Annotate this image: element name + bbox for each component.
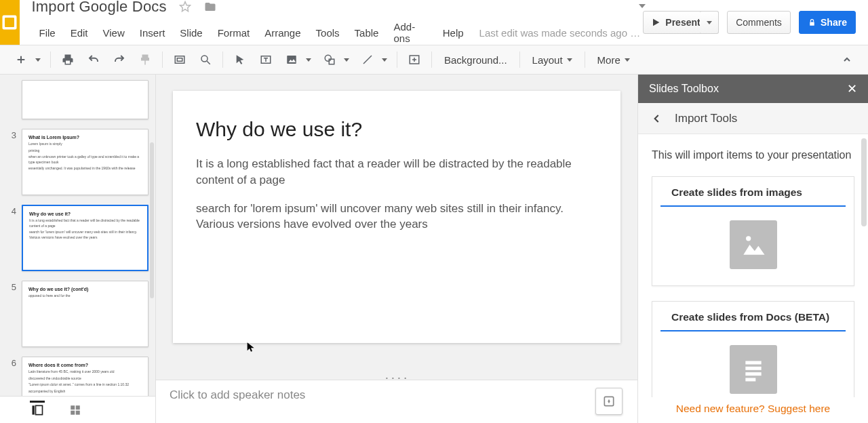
sidebar-subtitle: Import Tools — [675, 112, 737, 125]
svg-marker-3 — [653, 19, 659, 26]
svg-rect-8 — [177, 58, 182, 62]
zoom-fit-button[interactable] — [168, 49, 191, 70]
present-button[interactable]: Present — [643, 11, 708, 34]
notes-placeholder: Click to add speaker notes — [170, 388, 305, 402]
sidebar-header: Slides Toolbox ✕ — [638, 75, 868, 103]
svg-rect-24 — [71, 405, 75, 409]
star-icon[interactable] — [179, 1, 191, 13]
svg-rect-26 — [71, 410, 75, 414]
card-docs[interactable]: Create slides from Docs (BETA) — [652, 301, 854, 397]
menu-addons[interactable]: Add-ons — [386, 18, 435, 47]
slide-thumbnail[interactable]: Why do we use it?It is a long establishe… — [22, 205, 149, 271]
svg-rect-7 — [175, 56, 184, 64]
paint-format-button[interactable] — [134, 49, 157, 70]
app-logo[interactable] — [0, 0, 20, 45]
svg-rect-17 — [329, 59, 334, 64]
speaker-notes[interactable]: Click to add speaker notes — [156, 380, 637, 423]
card-docs-title: Create slides from Docs (BETA) — [660, 302, 846, 331]
sidebar-intro: This will import items to your presentat… — [652, 148, 854, 163]
svg-rect-27 — [76, 410, 80, 414]
sidebar-close-button[interactable]: ✕ — [847, 81, 857, 96]
menu-slide[interactable]: Slide — [172, 24, 210, 41]
card-images-title: Create slides from images — [660, 177, 846, 207]
menu-view[interactable]: View — [96, 24, 132, 41]
header-actions: Present Comments Share — [643, 0, 868, 45]
more-label: More — [597, 54, 620, 66]
card-images[interactable]: Create slides from images — [652, 176, 854, 286]
svg-line-18 — [363, 56, 372, 64]
slide-paragraph[interactable]: search for 'lorem ipsum' will uncover ma… — [196, 201, 597, 233]
thumb-number: 3 — [7, 129, 16, 140]
move-folder-icon[interactable] — [203, 1, 217, 13]
new-slide-button[interactable] — [9, 49, 33, 70]
menu-format[interactable]: Format — [210, 24, 258, 41]
svg-point-32 — [746, 237, 751, 241]
sidebar-title: Slides Toolbox — [649, 83, 719, 95]
menubar: File Edit View Insert Slide Format Arran… — [32, 18, 643, 47]
layout-label: Layout — [532, 54, 563, 66]
sidebar-back-button[interactable] — [650, 112, 664, 125]
zoom-button[interactable] — [194, 49, 217, 70]
slide-paragraph[interactable]: It is a long established fact that a rea… — [196, 156, 597, 188]
image-tool-dropdown[interactable] — [306, 49, 315, 70]
menu-edit[interactable]: Edit — [63, 24, 96, 41]
thumb-number — [7, 80, 16, 81]
filmstrip-view-button[interactable] — [30, 401, 45, 416]
redo-button[interactable] — [108, 49, 131, 70]
svg-point-16 — [325, 55, 331, 61]
svg-rect-1 — [5, 18, 14, 27]
image-tool[interactable] — [280, 49, 303, 70]
filmstrip-scrollbar[interactable] — [150, 142, 154, 298]
textbox-tool[interactable] — [254, 49, 277, 70]
undo-button[interactable] — [82, 49, 105, 70]
comment-tool[interactable] — [403, 49, 426, 70]
new-slide-dropdown[interactable] — [35, 49, 45, 70]
menu-arrange[interactable]: Arrange — [257, 24, 308, 41]
slide-thumbnail[interactable]: Why do we use it? (cont'd)opposed to her… — [22, 281, 149, 347]
sidebar-scrollbar[interactable] — [861, 138, 867, 226]
document-title[interactable]: Import Google Docs — [32, 0, 167, 16]
svg-marker-2 — [180, 2, 190, 12]
svg-point-9 — [201, 56, 208, 62]
select-tool[interactable] — [229, 49, 252, 70]
slide[interactable]: Why do we use it? It is a long establish… — [173, 91, 620, 343]
slide-thumbnail[interactable] — [22, 80, 149, 119]
shape-tool-dropdown[interactable] — [344, 49, 353, 70]
line-tool-dropdown[interactable] — [382, 49, 391, 70]
share-button[interactable]: Share — [799, 11, 856, 34]
sidebar-subheader: Import Tools — [638, 103, 868, 134]
background-button[interactable]: Background... — [437, 54, 514, 66]
svg-rect-22 — [33, 405, 35, 414]
menu-help[interactable]: Help — [435, 24, 471, 41]
toolbar: Background... Layout More — [0, 45, 868, 75]
grid-view-button[interactable] — [68, 403, 83, 418]
more-button[interactable]: More — [591, 54, 637, 66]
canvas: Why do we use it? It is a long establish… — [156, 75, 637, 423]
menu-insert[interactable]: Insert — [132, 24, 173, 41]
present-dropdown[interactable] — [700, 11, 719, 34]
svg-rect-4 — [810, 22, 814, 25]
thumb-number: 4 — [7, 205, 16, 216]
account-chevron-icon[interactable] — [639, 4, 646, 8]
suggest-feature-link[interactable]: Need new feature? Suggest here — [638, 397, 868, 423]
menu-file[interactable]: File — [32, 24, 63, 41]
menu-tools[interactable]: Tools — [309, 24, 347, 41]
svg-rect-23 — [36, 405, 43, 414]
comments-button[interactable]: Comments — [727, 11, 791, 34]
svg-rect-25 — [76, 405, 80, 409]
svg-marker-29 — [608, 399, 610, 404]
collapse-toolbar-button[interactable] — [835, 49, 859, 70]
share-label: Share — [821, 17, 847, 28]
layout-button[interactable]: Layout — [526, 54, 579, 66]
filmstrip: 3What is Lorem Ipsum?Lorem Ipsum is simp… — [0, 75, 156, 423]
slide-thumbnail[interactable]: What is Lorem Ipsum?Lorem Ipsum is simpl… — [22, 129, 149, 195]
doc-placeholder-icon — [730, 345, 777, 394]
print-button[interactable] — [56, 49, 79, 70]
svg-line-10 — [207, 61, 210, 64]
shape-tool[interactable] — [318, 49, 341, 70]
explore-button[interactable] — [595, 388, 623, 415]
cursor-icon — [245, 340, 256, 354]
line-tool[interactable] — [356, 49, 379, 70]
menu-table[interactable]: Table — [347, 24, 387, 41]
slide-title[interactable]: Why do we use it? — [196, 118, 597, 141]
